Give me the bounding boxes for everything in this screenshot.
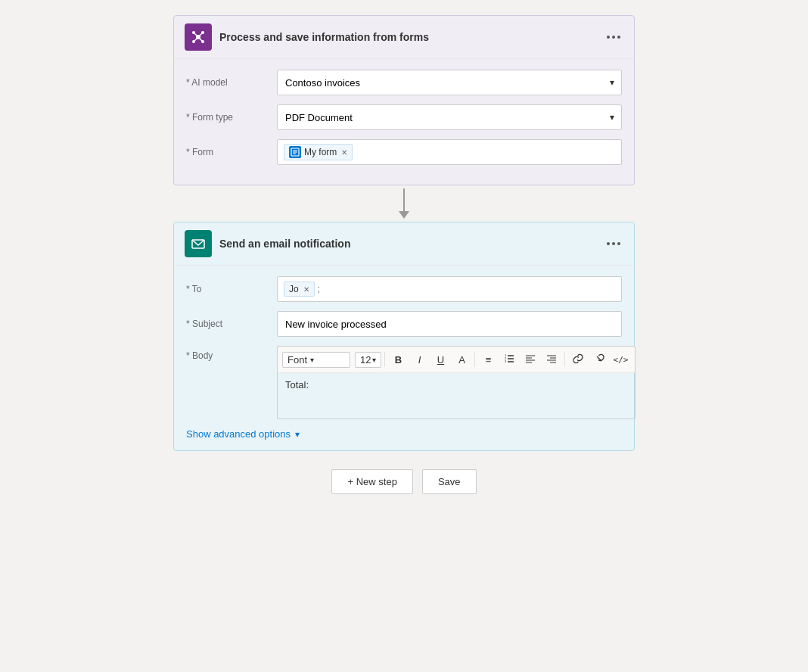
unordered-list-button[interactable]: ≡ [478,350,498,369]
process-icon [191,30,206,45]
svg-text:3: 3 [505,359,507,363]
to-tag-separator: ; [318,284,320,294]
align-left-button[interactable] [521,350,540,369]
to-control[interactable]: Jo ✕ ; [277,276,622,302]
body-text: Total: [285,379,309,390]
toolbar-separator-1 [384,352,385,367]
process-card-title: Process and save information from forms [219,31,604,43]
form-tag-label: My form [304,147,337,157]
ai-model-control[interactable]: Contoso invoices ▾ [277,70,622,95]
to-tag-input[interactable]: Jo ✕ ; [277,276,622,302]
color-picker-button[interactable]: A [452,350,471,369]
font-size-selector[interactable]: 12 ▾ [355,352,381,368]
editor-content[interactable]: Total: [278,373,635,418]
email-card-icon [185,230,212,257]
align-left-icon [525,353,536,366]
form-type-select[interactable]: PDF Document [277,104,622,130]
ordered-list-icon: 1 2 3 [504,353,514,366]
svg-line-5 [194,33,198,37]
ai-model-label: * AI model [186,77,277,88]
ai-model-select-wrapper[interactable]: Contoso invoices ▾ [277,70,622,95]
email-card-title: Send an email notification [219,238,604,250]
toolbar-separator-3 [564,352,565,367]
form-label: * Form [186,147,277,157]
svg-line-7 [194,37,198,42]
unlink-icon [594,353,604,366]
font-size-value: 12 [360,354,371,366]
to-tag-label: Jo [289,284,299,294]
new-step-button[interactable]: + New step [331,469,412,494]
show-advanced-options[interactable]: Show advanced options ▾ [186,428,622,440]
body-editor: Font ▾ 12 ▾ B [277,346,636,419]
email-card: Send an email notification * To Jo ✕ [173,222,635,451]
arrow-head [399,211,409,219]
toolbar-separator-2 [474,352,475,367]
align-right-button[interactable] [542,350,561,369]
to-label: * To [186,284,277,294]
font-selector[interactable]: Font ▾ [282,352,350,368]
bottom-actions: + New step Save [331,469,476,494]
process-card-icon [185,23,212,51]
form-tag: My form ✕ [284,144,353,160]
email-card-header: Send an email notification [174,222,634,266]
align-right-icon [546,353,557,366]
body-row: * Body Font ▾ 12 ▾ [186,346,622,419]
link-button[interactable] [568,350,588,369]
subject-label: * Subject [186,319,277,329]
ai-model-row: * AI model Contoso invoices ▾ [186,70,622,95]
code-icon: </> [614,355,629,365]
subject-control[interactable] [277,311,622,337]
show-advanced-chevron-icon: ▾ [295,429,300,440]
font-size-chevron-icon: ▾ [372,356,376,364]
arrow-line [403,188,405,211]
process-card-header: Process and save information from forms [174,16,634,59]
form-type-row: * Form type PDF Document ▾ [186,104,622,130]
body-control: Font ▾ 12 ▾ B [277,346,636,419]
arrow-connector [399,188,409,219]
font-label: Font [287,354,307,366]
form-tag-icon [289,146,301,158]
underline-button[interactable]: U [430,350,450,369]
to-tag: Jo ✕ [284,282,315,297]
form-row: * Form [186,139,622,165]
email-icon [191,236,206,251]
svg-line-6 [198,33,203,37]
form-tag-input[interactable]: My form ✕ [277,139,622,165]
subject-row: * Subject [186,311,622,337]
unordered-list-icon: ≡ [486,354,492,366]
form-type-control[interactable]: PDF Document ▾ [277,104,622,130]
svg-line-8 [198,37,203,42]
color-picker-icon: A [458,354,465,366]
save-button[interactable]: Save [422,469,477,494]
font-chevron-icon: ▾ [310,356,314,364]
subject-input[interactable] [277,311,622,337]
form-control[interactable]: My form ✕ [277,139,622,165]
to-tag-close[interactable]: ✕ [303,285,309,294]
body-label: * Body [186,346,277,361]
ordered-list-button[interactable]: 1 2 3 [499,350,519,369]
form-tag-close[interactable]: ✕ [341,148,347,157]
show-advanced-label: Show advanced options [186,428,291,440]
to-row: * To Jo ✕ ; [186,276,622,302]
link-icon [573,353,583,366]
email-card-menu[interactable] [604,239,623,248]
ai-model-select[interactable]: Contoso invoices [277,70,622,95]
email-card-body: * To Jo ✕ ; * Subject [174,266,634,450]
process-card-menu[interactable] [604,33,623,42]
form-type-select-wrapper[interactable]: PDF Document ▾ [277,104,622,130]
unlink-button[interactable] [589,350,609,369]
process-card: Process and save information from forms … [173,15,635,185]
bold-button[interactable]: B [388,350,408,369]
form-icon [291,148,300,157]
code-button[interactable]: </> [611,350,630,369]
editor-toolbar: Font ▾ 12 ▾ B [278,347,635,373]
form-type-label: * Form type [186,112,277,123]
italic-button[interactable]: I [409,350,429,369]
process-card-body: * AI model Contoso invoices ▾ * Form typ… [174,59,634,185]
